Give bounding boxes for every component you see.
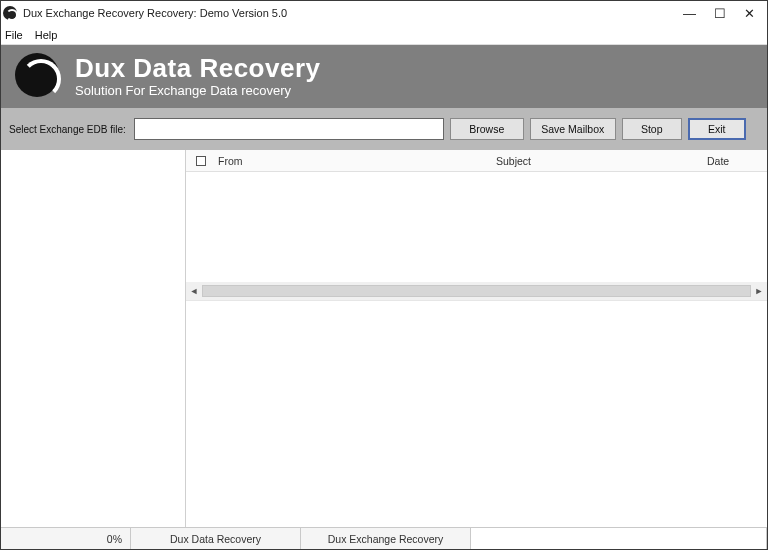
edb-file-label: Select Exchange EDB file: bbox=[9, 124, 126, 135]
browse-button[interactable]: Browse bbox=[450, 118, 524, 140]
edb-file-input[interactable] bbox=[134, 118, 444, 140]
message-list-body[interactable] bbox=[186, 172, 767, 282]
menu-file[interactable]: File bbox=[5, 29, 23, 41]
folder-tree-sidebar[interactable] bbox=[1, 150, 186, 527]
status-brand-2: Dux Exchange Recovery bbox=[301, 528, 471, 549]
status-spacer bbox=[471, 528, 767, 549]
scroll-left-icon[interactable]: ◄ bbox=[186, 283, 202, 299]
app-icon bbox=[3, 6, 17, 20]
exit-button[interactable]: Exit bbox=[688, 118, 746, 140]
message-list-header: From Subject Date bbox=[186, 150, 767, 172]
menu-help[interactable]: Help bbox=[35, 29, 58, 41]
app-window: Dux Exchange Recovery Recovery: Demo Ver… bbox=[0, 0, 768, 550]
column-subject[interactable]: Subject bbox=[496, 155, 707, 167]
scroll-right-icon[interactable]: ► bbox=[751, 283, 767, 299]
banner-title: Dux Data Recovery bbox=[75, 55, 321, 82]
window-controls: — ☐ ✕ bbox=[683, 7, 765, 20]
titlebar: Dux Exchange Recovery Recovery: Demo Ver… bbox=[1, 1, 767, 25]
save-mailbox-button[interactable]: Save Mailbox bbox=[530, 118, 616, 140]
scroll-track[interactable] bbox=[202, 285, 751, 297]
preview-pane bbox=[186, 300, 767, 527]
statusbar: 0% Dux Data Recovery Dux Exchange Recove… bbox=[1, 527, 767, 549]
banner-text: Dux Data Recovery Solution For Exchange … bbox=[75, 55, 321, 98]
stop-button[interactable]: Stop bbox=[622, 118, 682, 140]
close-button[interactable]: ✕ bbox=[744, 7, 755, 20]
banner-subtitle: Solution For Exchange Data recovery bbox=[75, 83, 321, 98]
horizontal-scrollbar[interactable]: ◄ ► bbox=[186, 282, 767, 300]
brand-logo-icon bbox=[15, 53, 65, 101]
status-brand-1: Dux Data Recovery bbox=[131, 528, 301, 549]
maximize-button[interactable]: ☐ bbox=[714, 7, 726, 20]
window-title: Dux Exchange Recovery Recovery: Demo Ver… bbox=[23, 7, 683, 19]
status-progress: 0% bbox=[1, 528, 131, 549]
column-date[interactable]: Date bbox=[707, 155, 767, 167]
body-area: From Subject Date ◄ ► bbox=[1, 150, 767, 527]
minimize-button[interactable]: — bbox=[683, 7, 696, 20]
banner: Dux Data Recovery Solution For Exchange … bbox=[1, 45, 767, 108]
main-panel: From Subject Date ◄ ► bbox=[186, 150, 767, 527]
select-all-checkbox[interactable] bbox=[186, 156, 216, 166]
menubar: File Help bbox=[1, 25, 767, 45]
toolbar: Select Exchange EDB file: Browse Save Ma… bbox=[1, 108, 767, 150]
column-from[interactable]: From bbox=[216, 155, 496, 167]
